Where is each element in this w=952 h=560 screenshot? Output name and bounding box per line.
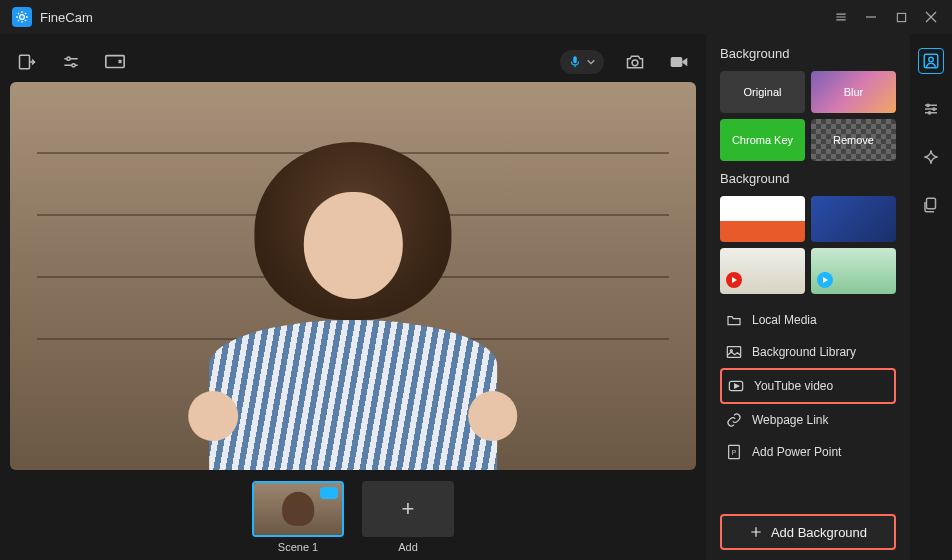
source-background-library[interactable]: Background Library <box>720 336 896 368</box>
source-label: Background Library <box>752 345 856 359</box>
close-button[interactable] <box>916 3 946 31</box>
microphone-control[interactable] <box>560 50 604 74</box>
source-label: Local Media <box>752 313 817 327</box>
camera-icon[interactable] <box>622 49 648 75</box>
panel-title: Background <box>720 46 896 61</box>
background-panel: Background Original Blur Chroma Key Remo… <box>706 34 910 560</box>
youtube-icon <box>728 378 744 394</box>
library-title: Background <box>720 171 896 186</box>
image-icon <box>726 344 742 360</box>
bg-thumbnail[interactable] <box>720 248 805 294</box>
maximize-button[interactable] <box>886 3 916 31</box>
scene-strip: Scene 1 + Add <box>10 470 696 556</box>
svg-text:P: P <box>732 449 737 456</box>
chevron-down-icon[interactable] <box>586 57 596 67</box>
source-label: YouTube video <box>754 379 833 393</box>
play-icon <box>726 272 742 288</box>
svg-point-16 <box>933 108 935 110</box>
scene-label: Scene 1 <box>278 541 318 553</box>
sliders-icon[interactable] <box>58 49 84 75</box>
svg-rect-8 <box>727 347 740 358</box>
svg-point-4 <box>72 64 75 67</box>
svg-point-6 <box>632 60 638 66</box>
svg-point-3 <box>67 57 70 60</box>
scene-card[interactable]: Scene 1 <box>252 481 344 553</box>
svg-rect-2 <box>20 55 30 68</box>
layers-tab-icon[interactable] <box>918 192 944 218</box>
video-preview[interactable] <box>10 82 696 470</box>
right-sidebar <box>910 34 952 560</box>
bg-thumbnail[interactable] <box>720 196 805 242</box>
screen-share-icon[interactable] <box>102 49 128 75</box>
bg-option-blur[interactable]: Blur <box>811 71 896 113</box>
bg-option-chroma-key[interactable]: Chroma Key <box>720 119 805 161</box>
add-scene-card[interactable]: + Add <box>362 481 454 553</box>
source-youtube-video[interactable]: YouTube video <box>720 368 896 404</box>
scene-thumbnail[interactable] <box>252 481 344 537</box>
bg-option-original[interactable]: Original <box>720 71 805 113</box>
adjustments-tab-icon[interactable] <box>918 96 944 122</box>
video-icon[interactable] <box>666 49 692 75</box>
link-icon <box>726 412 742 428</box>
minimize-button[interactable] <box>856 3 886 31</box>
app-title: FineCam <box>40 10 93 25</box>
source-label: Webpage Link <box>752 413 829 427</box>
folder-icon <box>726 312 742 328</box>
play-icon <box>817 272 833 288</box>
powerpoint-icon: P <box>726 444 742 460</box>
export-icon[interactable] <box>14 49 40 75</box>
svg-point-17 <box>928 112 930 114</box>
add-background-button[interactable]: Add Background <box>720 514 896 550</box>
svg-point-0 <box>20 15 25 20</box>
chat-bubble-icon <box>320 487 338 499</box>
app-logo <box>12 7 32 27</box>
add-background-label: Add Background <box>771 525 867 540</box>
svg-rect-7 <box>671 57 683 67</box>
svg-rect-1 <box>897 13 905 21</box>
plus-icon <box>749 525 763 539</box>
bg-option-remove[interactable]: Remove <box>811 119 896 161</box>
add-scene-label: Add <box>398 541 418 553</box>
source-powerpoint[interactable]: P Add Power Point <box>720 436 896 468</box>
menu-button[interactable] <box>826 3 856 31</box>
add-scene-button[interactable]: + <box>362 481 454 537</box>
portrait-tab-icon[interactable] <box>918 48 944 74</box>
svg-rect-5 <box>106 56 124 68</box>
source-local-media[interactable]: Local Media <box>720 304 896 336</box>
titlebar: FineCam <box>0 0 952 34</box>
svg-rect-18 <box>927 198 936 209</box>
top-toolbar <box>10 42 696 82</box>
bg-thumbnail[interactable] <box>811 196 896 242</box>
effects-tab-icon[interactable] <box>918 144 944 170</box>
svg-point-14 <box>929 57 934 62</box>
bg-thumbnail[interactable] <box>811 248 896 294</box>
source-label: Add Power Point <box>752 445 841 459</box>
source-webpage-link[interactable]: Webpage Link <box>720 404 896 436</box>
svg-point-15 <box>927 104 929 106</box>
